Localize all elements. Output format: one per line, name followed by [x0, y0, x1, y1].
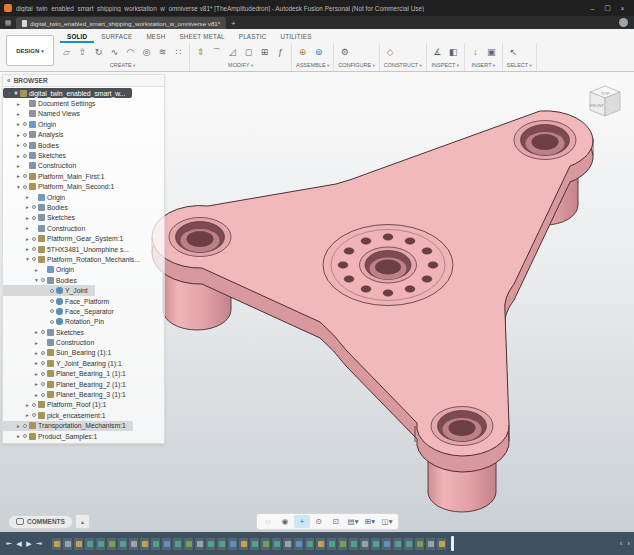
expand-arrow-icon[interactable] [33, 267, 40, 273]
visibility-dot-icon[interactable] [32, 237, 36, 241]
timeline-feature-icon[interactable] [217, 538, 226, 550]
timeline-feature-icon[interactable] [393, 538, 402, 550]
timeline-feature-icon[interactable] [184, 538, 193, 550]
create-sketch-icon[interactable]: ▱ [60, 45, 73, 59]
insert-derive-icon[interactable]: ↓ [469, 45, 482, 59]
display-settings-icon[interactable]: ▤▾ [345, 515, 361, 528]
tree-row[interactable]: Origin [3, 119, 164, 129]
section-analysis-icon[interactable]: ◧ [447, 45, 460, 59]
bore-left[interactable] [169, 218, 231, 257]
timeline-feature-icon[interactable] [404, 538, 413, 550]
timeline-feature-icon[interactable] [239, 538, 248, 550]
collapse-panel-icon[interactable]: « [7, 77, 11, 84]
visibility-dot-icon[interactable] [41, 330, 45, 334]
tree-row[interactable]: Sun_Bearing (1):1 [3, 348, 164, 358]
expand-arrow-icon[interactable] [15, 433, 22, 439]
visibility-dot-icon[interactable] [23, 174, 27, 178]
play-button[interactable]: ▶ [24, 540, 34, 548]
close-button[interactable]: × [615, 0, 630, 16]
ribbon-group-label[interactable]: INSERT [469, 61, 498, 68]
data-panel-toggle-icon[interactable]: ▦ [0, 16, 16, 29]
expand-arrow-icon[interactable] [24, 236, 31, 242]
expand-arrow-icon[interactable] [15, 423, 22, 429]
ribbon-group-label[interactable]: SELECT [507, 61, 532, 68]
tree-row[interactable]: Y_Joint_Bearing (1):1 [3, 358, 164, 368]
ribbon-group-label[interactable]: ASSEMBLE [296, 61, 329, 68]
tab-surface[interactable]: SURFACE [94, 29, 139, 43]
tree-row[interactable]: Product_Samples:1 [3, 431, 164, 441]
timeline-feature-icon[interactable] [107, 538, 116, 550]
timeline-position-marker[interactable] [451, 536, 454, 551]
timeline-feature-icon[interactable] [426, 538, 435, 550]
tree-row[interactable]: Platform_Gear_System:1 [3, 233, 164, 243]
tree-row[interactable]: Construction [3, 337, 164, 347]
tree-row[interactable]: Sketches [3, 150, 164, 160]
timeline-feature-icon[interactable] [360, 538, 369, 550]
timeline-feature-icon[interactable] [371, 538, 380, 550]
timeline-feature-icon[interactable] [52, 538, 61, 550]
expand-arrow-icon[interactable] [15, 121, 22, 127]
timeline-feature-icon[interactable] [272, 538, 281, 550]
bore-bottom[interactable] [431, 407, 493, 446]
tree-row[interactable]: digital_twin_enabled_smart_w... [3, 88, 132, 98]
expand-arrow-icon[interactable] [24, 246, 31, 252]
ribbon-group-label[interactable]: MODIFY [194, 61, 287, 68]
expand-arrow-icon[interactable] [24, 225, 31, 231]
step-back-button[interactable]: ◀ [14, 540, 24, 548]
expand-arrow-icon[interactable] [15, 173, 22, 179]
visibility-dot-icon[interactable] [32, 205, 36, 209]
thread-icon[interactable]: ≋ [156, 45, 169, 59]
timeline-feature-icon[interactable] [63, 538, 72, 550]
tree-row[interactable]: Transportation_Mechanism:1 [3, 421, 133, 431]
pattern-icon[interactable]: ∷ [172, 45, 185, 59]
tree-row[interactable]: Bodies [3, 275, 164, 285]
tree-row[interactable]: Platform_Roof (1):1 [3, 400, 164, 410]
tree-row[interactable]: Rotation_Pin [3, 317, 164, 327]
revolve-icon[interactable]: ↻ [92, 45, 105, 59]
tree-row[interactable]: Face_Separator [3, 306, 164, 316]
timeline-feature-icon[interactable] [85, 538, 94, 550]
pan-icon[interactable]: + [294, 515, 310, 528]
timeline-feature-icon[interactable] [349, 538, 358, 550]
tab-utilities[interactable]: UTILITIES [273, 29, 318, 43]
look-at-icon[interactable]: ◉ [277, 515, 293, 528]
expand-arrow-icon[interactable] [24, 204, 31, 210]
expand-arrow-icon[interactable] [24, 215, 31, 221]
visibility-dot-icon[interactable] [23, 154, 27, 158]
combine-icon[interactable]: ⊞ [258, 45, 271, 59]
visibility-dot-icon[interactable] [32, 257, 36, 261]
visibility-dot-icon[interactable] [23, 185, 27, 189]
expand-arrow-icon[interactable] [33, 381, 40, 387]
tree-row[interactable]: Planet_Bearing_1 (1):1 [3, 369, 164, 379]
timeline-feature-icon[interactable] [283, 538, 292, 550]
timeline-feature-icon[interactable] [162, 538, 171, 550]
expand-arrow-icon[interactable] [15, 153, 22, 159]
joint-icon[interactable]: ⊚ [312, 45, 325, 59]
timeline-feature-icon[interactable] [206, 538, 215, 550]
ribbon-group-label[interactable]: INSPECT [431, 61, 460, 68]
expand-arrow-icon[interactable] [33, 360, 40, 366]
tree-row[interactable]: Face_Platform [3, 296, 164, 306]
timeline-feature-icon[interactable] [261, 538, 270, 550]
timeline-feature-icon[interactable] [151, 538, 160, 550]
visibility-dot-icon[interactable] [23, 133, 27, 137]
press-pull-icon[interactable]: ⇕ [194, 45, 207, 59]
visibility-dot-icon[interactable] [41, 393, 45, 397]
expand-arrow-icon[interactable] [15, 184, 22, 190]
timeline-feature-icon[interactable] [316, 538, 325, 550]
avatar-icon[interactable] [619, 18, 628, 27]
tab-sheet-metal[interactable]: SHEET METAL [172, 29, 231, 43]
visibility-dot-icon[interactable] [32, 403, 36, 407]
tree-row[interactable]: Origin [3, 265, 164, 275]
decal-icon[interactable]: ▣ [485, 45, 498, 59]
new-tab-button[interactable]: + [226, 17, 240, 29]
new-component-icon[interactable]: ⊕ [296, 45, 309, 59]
tree-row[interactable]: Construction [3, 223, 164, 233]
tree-row[interactable]: Document Settings [3, 98, 164, 108]
hole-icon[interactable]: ◎ [140, 45, 153, 59]
expand-arrow-icon[interactable] [33, 371, 40, 377]
model-canvas[interactable]: TOP FRONT « BROWSER digital_twin_enabled… [0, 72, 634, 532]
timeline-feature-icon[interactable] [294, 538, 303, 550]
construction-plane-icon[interactable]: ◇ [384, 45, 397, 59]
expand-arrow-icon[interactable] [6, 90, 13, 96]
